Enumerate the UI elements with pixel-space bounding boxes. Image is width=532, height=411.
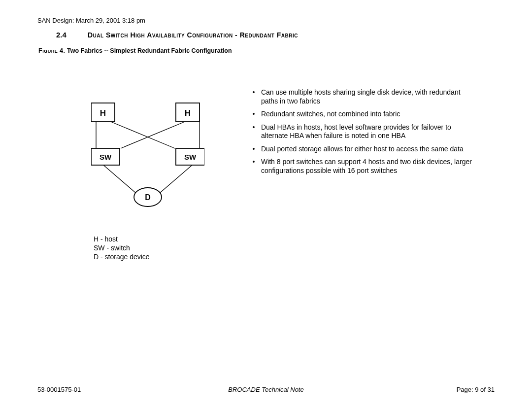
list-item: • Dual ported storage allows for either …	[248, 145, 480, 154]
diagram-legend: H - host SW - switch D - storage device	[94, 235, 150, 262]
list-item: • Redundant switches, not combined into …	[248, 110, 480, 119]
figure-prefix: Figure 4.	[38, 47, 66, 54]
diagram-switch1-label: SW	[100, 153, 112, 161]
bullet-text: Redundant switches, not combined into fa…	[261, 110, 478, 119]
bullet-text: Dual ported storage allows for either ho…	[261, 145, 478, 154]
topology-diagram: H H SW SW D	[91, 91, 204, 229]
footer-page-total: 31	[488, 386, 495, 393]
bullet-icon: •	[248, 88, 259, 97]
diagram-device-label: D	[145, 193, 151, 202]
bullet-list: • Can use multiple hosts sharing single …	[248, 88, 480, 179]
bullet-text: Dual HBAs in hosts, host level software …	[261, 123, 478, 140]
section-title: Dual Switch High Availability Configurat…	[88, 31, 298, 39]
figure-caption-text-value: Two Fabrics -- Simplest Redundant Fabric…	[67, 47, 232, 54]
figure-caption: Figure 4. Two Fabrics -- Simplest Redund…	[38, 47, 232, 54]
footer-title: BROCADE Technical Note	[0, 386, 532, 393]
section-heading: 2.4 Dual Switch High Availability Config…	[56, 31, 298, 39]
section-number: 2.4	[56, 31, 86, 39]
doc-header: SAN Design: March 29, 2001 3:18 pm	[37, 17, 145, 24]
list-item: • With 8 port switches can support 4 hos…	[248, 158, 480, 175]
svg-line-2	[121, 122, 185, 148]
svg-line-1	[111, 122, 175, 148]
footer-page: Page: 9 of 31	[457, 386, 495, 393]
list-item: • Dual HBAs in hosts, host level softwar…	[248, 123, 480, 140]
legend-line: H - host	[94, 235, 150, 243]
footer-page-sep: of	[478, 386, 487, 393]
svg-line-4	[103, 165, 139, 196]
diagram-host2-label: H	[185, 108, 191, 118]
diagram-host1-label: H	[100, 108, 106, 118]
footer-page-prefix: Page:	[457, 386, 475, 393]
svg-line-5	[157, 165, 192, 196]
legend-line: SW - switch	[94, 243, 150, 252]
legend-line: D - storage device	[94, 252, 150, 261]
bullet-icon: •	[248, 110, 259, 119]
bullet-icon: •	[248, 123, 259, 132]
list-item: • Can use multiple hosts sharing single …	[248, 88, 480, 105]
bullet-text: With 8 port switches can support 4 hosts…	[261, 158, 478, 175]
bullet-icon: •	[248, 145, 259, 154]
diagram-switch2-label: SW	[184, 153, 197, 161]
bullet-text: Can use multiple hosts sharing single di…	[261, 88, 478, 105]
bullet-icon: •	[248, 158, 259, 167]
